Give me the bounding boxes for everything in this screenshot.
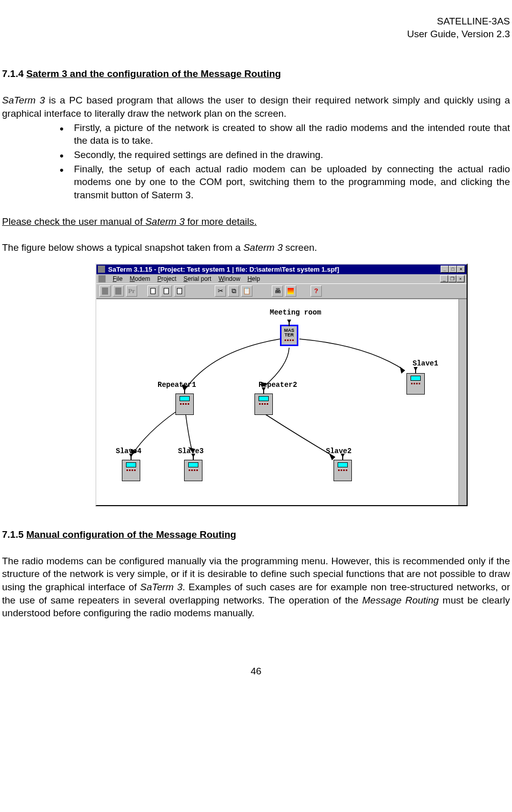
mdi-restore-button[interactable]: ❐ — [448, 275, 456, 282]
close-button[interactable]: × — [457, 266, 465, 273]
section2-body: The radio modems can be configured manua… — [0, 555, 512, 620]
toolbar-doc2-icon[interactable] — [161, 285, 172, 297]
mdi-minimize-button[interactable]: _ — [440, 275, 448, 282]
node-slave2[interactable] — [334, 460, 352, 481]
toolbar-pr-button[interactable]: Pr — [126, 285, 137, 297]
bullet-list: Firstly, a picture of the network is cre… — [0, 121, 512, 202]
page-number: 46 — [0, 666, 512, 677]
intro-paragraph: SaTerm 3 is a PC based program that allo… — [0, 94, 512, 120]
check-italic: Saterm 3 — [145, 216, 185, 227]
section-title: Saterm 3 and the configuration of the Me… — [27, 68, 281, 79]
minimize-button[interactable]: _ — [441, 266, 449, 273]
toolbar-doc1-icon[interactable] — [147, 285, 159, 297]
toolbar-print-icon[interactable]: 🖶 — [272, 285, 283, 297]
window-buttons: _ □ × — [441, 266, 465, 273]
section-heading-715: 7.1.5 Manual configuration of the Messag… — [0, 529, 512, 540]
header-line-1: SATELLINE-3AS — [0, 15, 510, 28]
toolbar-modem2-icon[interactable] — [113, 285, 124, 297]
label-repeater1: Repeater1 — [158, 381, 196, 389]
app-icon — [98, 266, 105, 273]
diagram-canvas[interactable]: Meeting room MASTER Slave1 Repeater1 Rep… — [96, 299, 467, 505]
mdi-icon — [98, 275, 106, 282]
label-slave1: Slave1 — [413, 359, 438, 368]
node-repeater2[interactable] — [254, 394, 273, 415]
intro-text: is a PC based program that allows the us… — [2, 95, 510, 119]
figure-caption: The figure below shows a typical snapsho… — [0, 241, 512, 254]
node-repeater1[interactable] — [175, 394, 194, 415]
intro-italic: SaTerm 3 — [2, 95, 45, 106]
toolbar: Pr ✂ ⧉ 📋 🖶 ? — [96, 283, 467, 299]
vertical-scrollbar[interactable] — [458, 299, 467, 505]
label-slave4: Slave4 — [116, 447, 141, 455]
menu-window[interactable]: Window — [218, 275, 240, 282]
window-title: SaTerm 3.1.15 - [Project: Test system 1 … — [108, 266, 339, 273]
node-slave3[interactable] — [184, 460, 202, 481]
check-post: for more details. — [185, 216, 257, 227]
toolbar-cut-icon[interactable]: ✂ — [215, 285, 226, 297]
node-master[interactable]: MASTER — [280, 325, 298, 346]
maximize-button[interactable]: □ — [449, 266, 457, 273]
toolbar-doc3-icon[interactable] — [174, 285, 185, 297]
toolbar-copy-icon[interactable]: ⧉ — [228, 285, 239, 297]
bullet-item: Firstly, a picture of the network is cre… — [74, 121, 510, 147]
page-header: SATELLINE-3AS User Guide, Version 2.3 — [0, 15, 512, 40]
label-slave3: Slave3 — [178, 447, 203, 455]
screenshot-container: SaTerm 3.1.15 - [Project: Test system 1 … — [0, 264, 512, 506]
toolbar-help-icon[interactable]: ? — [311, 285, 322, 297]
svg-marker-2 — [400, 366, 405, 374]
bullet-item: Secondly, the required settings are defi… — [74, 148, 510, 162]
section-title: Manual configuration of the Message Rout… — [27, 529, 237, 540]
menu-project[interactable]: Project — [157, 275, 176, 282]
bullet-item: Finally, the setup of each actual radio … — [74, 163, 510, 202]
titlebar: SaTerm 3.1.15 - [Project: Test system 1 … — [96, 265, 467, 274]
menu-file[interactable]: File — [113, 275, 122, 282]
s2-part1: SaTerm 3 — [140, 582, 183, 592]
header-line-2: User Guide, Version 2.3 — [0, 28, 510, 41]
check-pre: Please check the user manual of — [2, 216, 145, 227]
section-number: 7.1.5 — [2, 529, 23, 540]
label-meeting-room: Meeting room — [270, 308, 321, 317]
label-slave2: Slave2 — [326, 447, 351, 455]
figure-italic: Saterm 3 — [243, 242, 283, 253]
menu-serial-port[interactable]: Serial port — [184, 275, 212, 282]
menubar: File Modem Project Serial port Window He… — [96, 274, 467, 283]
section-heading-714: 7.1.4 Saterm 3 and the configuration of … — [0, 68, 512, 80]
figure-pre: The figure below shows a typical snapsho… — [2, 242, 243, 253]
check-note: Please check the user manual of Saterm 3… — [0, 215, 512, 228]
toolbar-paste-icon[interactable]: 📋 — [241, 285, 252, 297]
mdi-close-button[interactable]: × — [456, 275, 465, 282]
section-number: 7.1.4 — [2, 68, 23, 79]
menu-modem[interactable]: Modem — [130, 275, 150, 282]
figure-post: screen. — [283, 242, 317, 253]
node-slave1[interactable] — [406, 373, 425, 395]
app-window: SaTerm 3.1.15 - [Project: Test system 1 … — [95, 264, 468, 506]
toolbar-send-icon[interactable] — [285, 285, 296, 297]
s2-part3: Message Routing — [362, 595, 439, 606]
menu-help[interactable]: Help — [247, 275, 260, 282]
node-slave4[interactable] — [122, 460, 140, 481]
toolbar-modem1-icon[interactable] — [99, 285, 111, 297]
